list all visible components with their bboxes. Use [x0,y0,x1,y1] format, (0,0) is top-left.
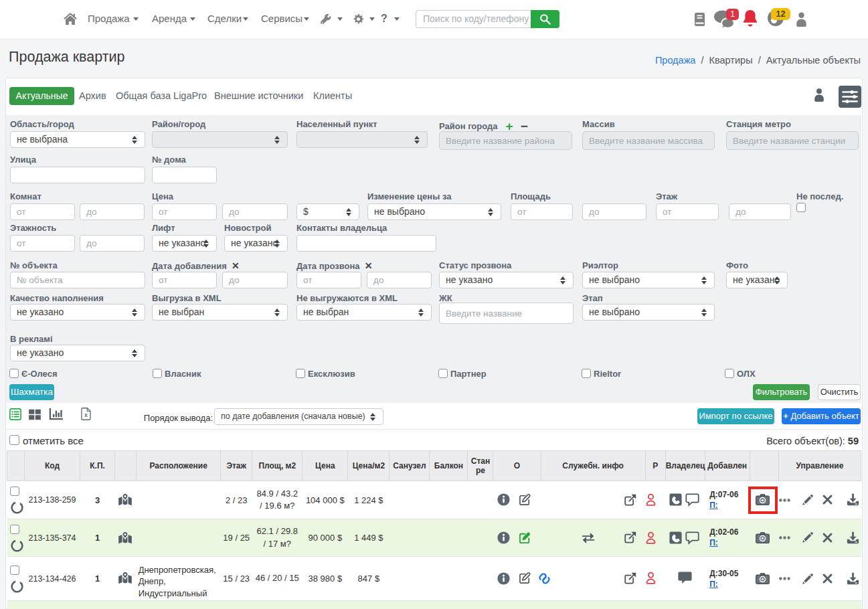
svg-text:x: x [84,412,88,418]
